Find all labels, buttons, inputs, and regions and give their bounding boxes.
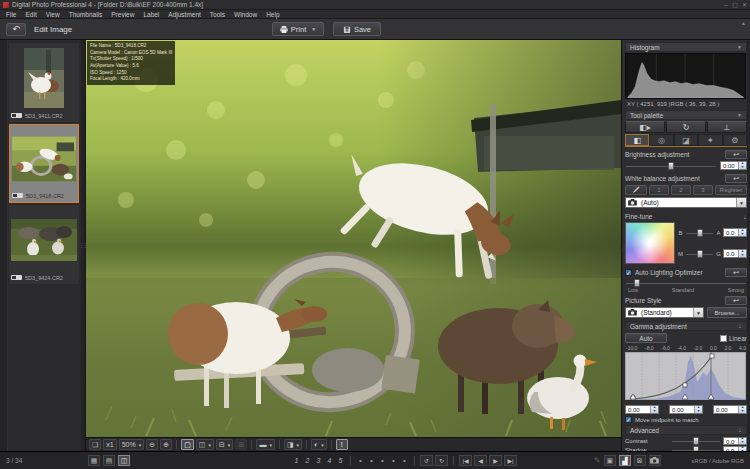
print-button[interactable]: Print ▼ — [272, 22, 324, 36]
tab-tone-adjustment[interactable]: ◪ — [674, 134, 698, 146]
previous-image-button[interactable]: ◀ — [474, 455, 487, 466]
rating-dot-3[interactable]: • — [378, 456, 387, 465]
stamp-tool-button[interactable]: ⊥ — [707, 121, 747, 133]
grid-view-button[interactable]: ▦ — [88, 455, 100, 466]
image-adjust-mode-button[interactable]: ◧▸ — [625, 121, 665, 133]
tab-color-adjustment[interactable]: ✦ — [698, 134, 722, 146]
wb-register-button[interactable]: Register — [715, 185, 747, 195]
preview-effect-dropdown[interactable]: ◐▾ — [311, 439, 327, 450]
menu-adjustment[interactable]: Adjustment — [168, 11, 201, 18]
tab-basic-adjustment[interactable]: ◧ — [625, 134, 649, 146]
wb-preset-2-button[interactable]: 2 — [671, 185, 691, 195]
magenta-green-spinbox[interactable]: 0.0 ▲▼ — [723, 249, 747, 258]
toolbar-collapse-icon[interactable]: ▲ — [741, 20, 746, 26]
eyedropper-button[interactable] — [625, 185, 647, 195]
thumbnail-item-3[interactable]: 5D3_9424.CR2 — [9, 205, 79, 284]
close-icon[interactable]: ✕ — [742, 1, 747, 9]
menu-edit[interactable]: Edit — [25, 11, 36, 18]
focus-check-toggle-button[interactable]: ⊠ — [634, 455, 646, 466]
camera-control-button[interactable] — [649, 455, 661, 466]
spin-buttons[interactable]: ▲▼ — [738, 438, 746, 444]
collapse-icon[interactable]: ⇣ — [738, 427, 742, 433]
gamma-header[interactable]: Gamma adjustment ⇣ — [625, 321, 747, 331]
label-1-button[interactable]: 1 — [292, 457, 301, 464]
zoom-level-dropdown[interactable]: 50%▾ — [119, 439, 145, 450]
panel-splitter-grip[interactable]: ⋮⋮ — [621, 245, 630, 251]
contrast-spinbox[interactable]: 0.0▲▼ — [723, 437, 747, 445]
blue-amber-spinbox[interactable]: 0.0 ▲▼ — [723, 228, 747, 237]
select-ratio-dropdown[interactable]: ▬▾ — [256, 439, 275, 450]
save-button[interactable]: Save — [333, 22, 381, 36]
alo-checkbox[interactable]: ✓ — [625, 269, 632, 276]
picture-style-dropdown[interactable]: (Standard) ▼ — [625, 307, 704, 318]
zoom-in-button[interactable]: ⊕ — [160, 439, 172, 450]
image-preview[interactable]: File Name : 5D3_9418.CR2 Camera Model : … — [86, 40, 621, 437]
label-3-button[interactable]: 3 — [314, 457, 323, 464]
midpoint-spinbox[interactable]: 0.00 ▲▼ — [669, 405, 703, 414]
rotate-left-button[interactable]: ↺ — [420, 455, 433, 466]
spin-buttons[interactable]: ▲▼ — [694, 406, 702, 413]
multi-view-button[interactable]: ⊞ — [235, 439, 247, 450]
chevron-down-icon[interactable]: ▼ — [736, 198, 746, 207]
menu-preview[interactable]: Preview — [111, 11, 134, 18]
spin-buttons[interactable]: ▲▼ — [738, 229, 746, 236]
browse-button[interactable]: Browse... — [707, 307, 747, 318]
rating-dot-4[interactable]: • — [389, 456, 398, 465]
zoom-out-button[interactable]: ⊖ — [146, 439, 158, 450]
label-4-button[interactable]: 4 — [325, 457, 334, 464]
tab-lens-correction[interactable]: ◎ — [649, 134, 673, 146]
collapse-icon[interactable]: ▼ — [737, 44, 742, 50]
chevron-down-icon[interactable]: ▼ — [693, 308, 703, 317]
menu-thumbnails[interactable]: Thumbnails — [69, 11, 103, 18]
tone-curve-editor[interactable] — [625, 352, 746, 400]
wb-preset-1-button[interactable]: 1 — [649, 185, 669, 195]
wb-preset-3-button[interactable]: 3 — [693, 185, 713, 195]
spin-buttons[interactable]: ▲▼ — [738, 406, 746, 413]
back-to-main-window-button[interactable]: ↶ — [6, 23, 26, 36]
gamma-auto-button[interactable]: Auto — [625, 333, 667, 343]
spin-buttons[interactable]: ▲▼ — [650, 406, 658, 413]
before-after-toggle-button[interactable]: ▣ — [604, 455, 616, 466]
rating-dot-1[interactable]: • — [356, 456, 365, 465]
display-mode-dropdown[interactable]: ◨▾ — [284, 439, 302, 450]
compare-vertical-button[interactable]: ⊟▾ — [216, 439, 233, 450]
move-midpoint-checkbox[interactable]: ✓ — [625, 416, 632, 423]
first-image-button[interactable]: |◀ — [459, 455, 472, 466]
menu-view[interactable]: View — [46, 11, 60, 18]
rating-dot-2[interactable]: • — [367, 456, 376, 465]
rotate-right-button[interactable]: ↻ — [435, 455, 448, 466]
trimming-tool-button[interactable]: ↻ — [666, 121, 706, 133]
white-balance-reset-button[interactable]: ↩ — [725, 174, 747, 183]
collapse-icon[interactable]: ⇣ — [738, 323, 742, 329]
minimize-icon[interactable]: ─ — [724, 1, 728, 9]
histogram-toggle-button[interactable]: ▟ — [619, 455, 631, 466]
info-overlay-toggle-button[interactable]: ! — [336, 439, 348, 450]
magenta-green-slider[interactable] — [685, 249, 714, 259]
vertical-thumbnail-view-button[interactable]: ◫ — [118, 455, 130, 466]
contrast-slider[interactable] — [671, 436, 721, 445]
picture-style-reset-button[interactable]: ↩ — [725, 296, 747, 305]
brightness-spinbox[interactable]: 0.00 ▲▼ — [720, 161, 747, 170]
thumbnail-item-1[interactable]: 5D3_9411.CR2 — [9, 43, 79, 122]
actual-size-button[interactable]: x1 — [103, 439, 116, 450]
brightness-slider[interactable] — [625, 161, 717, 171]
highlight-point-spinbox[interactable]: 0.00 ▲▼ — [713, 405, 747, 414]
menu-file[interactable]: File — [6, 11, 16, 18]
advanced-header[interactable]: Advanced ⇣ — [625, 425, 747, 435]
horizontal-thumbnail-view-button[interactable]: ▤ — [103, 455, 115, 466]
alo-reset-button[interactable]: ↩ — [725, 268, 747, 277]
fit-to-window-button[interactable]: ❏ — [89, 439, 101, 450]
spin-buttons[interactable]: ▲▼ — [738, 250, 746, 257]
brightness-reset-button[interactable]: ↩ — [725, 150, 747, 159]
maximize-icon[interactable]: ▢ — [732, 1, 738, 9]
color-adjust-square[interactable] — [625, 222, 675, 264]
histogram-header[interactable]: Histogram ▼ — [625, 42, 747, 52]
menu-window[interactable]: Window — [234, 11, 257, 18]
last-image-button[interactable]: ▶| — [504, 455, 517, 466]
alo-slider[interactable] — [625, 278, 747, 288]
spin-buttons[interactable]: ▲▼ — [738, 162, 746, 169]
tool-palette-header[interactable]: Tool palette ▼ — [625, 110, 747, 120]
single-image-view-button[interactable]: ▢ — [181, 439, 194, 450]
white-balance-dropdown[interactable]: (Auto) ▼ — [625, 197, 747, 208]
rating-dot-5[interactable]: • — [400, 456, 409, 465]
